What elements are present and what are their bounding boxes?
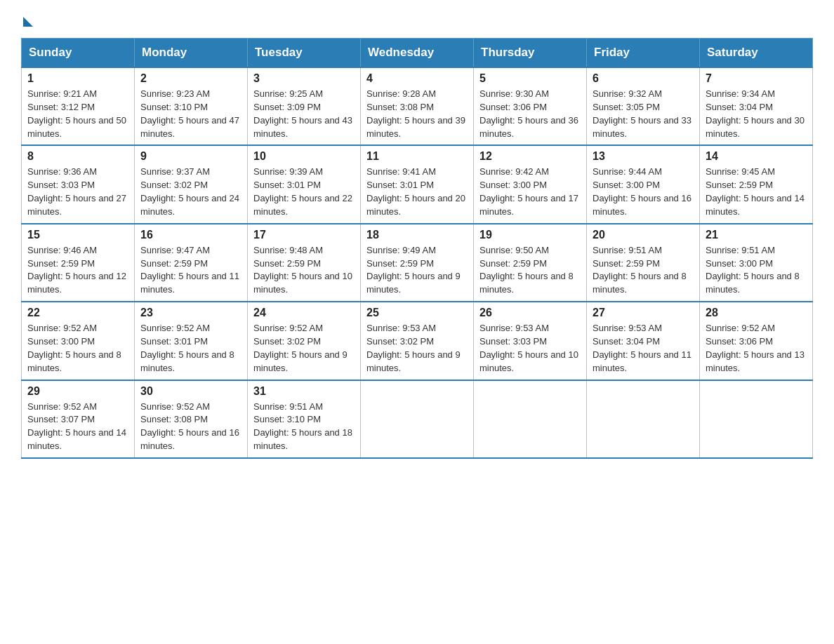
calendar-cell: 13 Sunrise: 9:44 AMSunset: 3:00 PMDaylig… <box>587 145 700 223</box>
calendar-cell <box>700 380 813 458</box>
calendar-cell: 6 Sunrise: 9:32 AMSunset: 3:05 PMDayligh… <box>587 67 700 145</box>
day-info: Sunrise: 9:34 AMSunset: 3:04 PMDaylight:… <box>706 88 805 139</box>
weekday-header-monday: Monday <box>135 39 248 68</box>
day-info: Sunrise: 9:51 AMSunset: 3:10 PMDaylight:… <box>253 401 352 452</box>
day-info: Sunrise: 9:39 AMSunset: 3:01 PMDaylight:… <box>253 166 352 217</box>
day-number: 5 <box>479 72 581 85</box>
logo-arrow-icon <box>23 17 33 27</box>
day-info: Sunrise: 9:52 AMSunset: 3:02 PMDaylight:… <box>253 323 348 373</box>
day-info: Sunrise: 9:37 AMSunset: 3:02 PMDaylight:… <box>140 166 239 217</box>
page-header <box>21 14 813 24</box>
calendar-cell: 22 Sunrise: 9:52 AMSunset: 3:00 PMDaylig… <box>22 302 135 380</box>
day-info: Sunrise: 9:46 AMSunset: 2:59 PMDaylight:… <box>27 245 126 295</box>
day-number: 4 <box>366 72 468 85</box>
day-number: 15 <box>27 229 128 241</box>
day-info: Sunrise: 9:51 AMSunset: 2:59 PMDaylight:… <box>593 245 687 295</box>
calendar-cell: 19 Sunrise: 9:50 AMSunset: 2:59 PMDaylig… <box>474 224 587 302</box>
day-number: 28 <box>706 307 807 319</box>
day-info: Sunrise: 9:32 AMSunset: 3:05 PMDaylight:… <box>593 88 691 139</box>
calendar-cell: 24 Sunrise: 9:52 AMSunset: 3:02 PMDaylig… <box>248 302 361 380</box>
day-info: Sunrise: 9:53 AMSunset: 3:03 PMDaylight:… <box>479 323 578 373</box>
day-number: 14 <box>706 150 807 163</box>
weekday-header-wednesday: Wednesday <box>361 39 474 68</box>
day-info: Sunrise: 9:52 AMSunset: 3:07 PMDaylight:… <box>27 401 126 452</box>
day-info: Sunrise: 9:48 AMSunset: 2:59 PMDaylight:… <box>253 245 352 295</box>
day-info: Sunrise: 9:45 AMSunset: 2:59 PMDaylight:… <box>706 166 805 217</box>
day-info: Sunrise: 9:30 AMSunset: 3:06 PMDaylight:… <box>479 88 578 139</box>
calendar-week-2: 8 Sunrise: 9:36 AMSunset: 3:03 PMDayligh… <box>22 145 813 223</box>
day-info: Sunrise: 9:25 AMSunset: 3:09 PMDaylight:… <box>253 88 352 139</box>
calendar-cell: 3 Sunrise: 9:25 AMSunset: 3:09 PMDayligh… <box>248 67 361 145</box>
calendar-cell: 7 Sunrise: 9:34 AMSunset: 3:04 PMDayligh… <box>700 67 813 145</box>
day-number: 17 <box>253 229 355 241</box>
day-number: 8 <box>27 150 128 163</box>
day-info: Sunrise: 9:52 AMSunset: 3:06 PMDaylight:… <box>706 323 805 373</box>
day-number: 11 <box>366 150 468 163</box>
calendar-cell: 18 Sunrise: 9:49 AMSunset: 2:59 PMDaylig… <box>361 224 474 302</box>
day-number: 23 <box>140 307 241 319</box>
day-number: 7 <box>706 72 807 85</box>
day-number: 6 <box>593 72 694 85</box>
weekday-header-tuesday: Tuesday <box>248 39 361 68</box>
day-number: 1 <box>27 72 128 85</box>
day-info: Sunrise: 9:42 AMSunset: 3:00 PMDaylight:… <box>479 166 578 217</box>
day-number: 25 <box>366 307 468 319</box>
day-number: 26 <box>479 307 581 319</box>
calendar-cell: 23 Sunrise: 9:52 AMSunset: 3:01 PMDaylig… <box>135 302 248 380</box>
day-info: Sunrise: 9:51 AMSunset: 3:00 PMDaylight:… <box>706 245 800 295</box>
calendar-cell: 5 Sunrise: 9:30 AMSunset: 3:06 PMDayligh… <box>474 67 587 145</box>
day-number: 3 <box>253 72 355 85</box>
calendar-cell: 21 Sunrise: 9:51 AMSunset: 3:00 PMDaylig… <box>700 224 813 302</box>
weekday-header-friday: Friday <box>587 39 700 68</box>
day-number: 29 <box>27 385 128 398</box>
calendar-cell: 25 Sunrise: 9:53 AMSunset: 3:02 PMDaylig… <box>361 302 474 380</box>
day-info: Sunrise: 9:53 AMSunset: 3:02 PMDaylight:… <box>366 323 461 373</box>
day-number: 9 <box>140 150 241 163</box>
calendar-cell: 26 Sunrise: 9:53 AMSunset: 3:03 PMDaylig… <box>474 302 587 380</box>
calendar-cell: 30 Sunrise: 9:52 AMSunset: 3:08 PMDaylig… <box>135 380 248 458</box>
day-number: 16 <box>140 229 241 241</box>
day-number: 19 <box>479 229 581 241</box>
day-number: 12 <box>479 150 581 163</box>
day-info: Sunrise: 9:53 AMSunset: 3:04 PMDaylight:… <box>593 323 691 373</box>
calendar-cell: 9 Sunrise: 9:37 AMSunset: 3:02 PMDayligh… <box>135 145 248 223</box>
logo <box>21 14 33 24</box>
calendar-cell: 10 Sunrise: 9:39 AMSunset: 3:01 PMDaylig… <box>248 145 361 223</box>
calendar-cell: 29 Sunrise: 9:52 AMSunset: 3:07 PMDaylig… <box>22 380 135 458</box>
calendar-cell <box>361 380 474 458</box>
weekday-header-sunday: Sunday <box>22 39 135 68</box>
calendar-week-5: 29 Sunrise: 9:52 AMSunset: 3:07 PMDaylig… <box>22 380 813 458</box>
calendar-cell: 8 Sunrise: 9:36 AMSunset: 3:03 PMDayligh… <box>22 145 135 223</box>
calendar-cell: 27 Sunrise: 9:53 AMSunset: 3:04 PMDaylig… <box>587 302 700 380</box>
day-info: Sunrise: 9:44 AMSunset: 3:00 PMDaylight:… <box>593 166 691 217</box>
calendar-week-3: 15 Sunrise: 9:46 AMSunset: 2:59 PMDaylig… <box>22 224 813 302</box>
day-info: Sunrise: 9:47 AMSunset: 2:59 PMDaylight:… <box>140 245 239 295</box>
calendar-cell: 14 Sunrise: 9:45 AMSunset: 2:59 PMDaylig… <box>700 145 813 223</box>
calendar-cell: 2 Sunrise: 9:23 AMSunset: 3:10 PMDayligh… <box>135 67 248 145</box>
calendar-cell: 15 Sunrise: 9:46 AMSunset: 2:59 PMDaylig… <box>22 224 135 302</box>
day-info: Sunrise: 9:49 AMSunset: 2:59 PMDaylight:… <box>366 245 461 295</box>
day-number: 10 <box>253 150 355 163</box>
day-info: Sunrise: 9:36 AMSunset: 3:03 PMDaylight:… <box>27 166 126 217</box>
day-number: 24 <box>253 307 355 319</box>
calendar-cell <box>474 380 587 458</box>
day-info: Sunrise: 9:23 AMSunset: 3:10 PMDaylight:… <box>140 88 239 139</box>
calendar-cell: 28 Sunrise: 9:52 AMSunset: 3:06 PMDaylig… <box>700 302 813 380</box>
calendar-cell: 20 Sunrise: 9:51 AMSunset: 2:59 PMDaylig… <box>587 224 700 302</box>
day-number: 2 <box>140 72 241 85</box>
calendar-week-4: 22 Sunrise: 9:52 AMSunset: 3:00 PMDaylig… <box>22 302 813 380</box>
day-number: 22 <box>27 307 128 319</box>
calendar-cell: 1 Sunrise: 9:21 AMSunset: 3:12 PMDayligh… <box>22 67 135 145</box>
day-number: 21 <box>706 229 807 241</box>
weekday-header-row: SundayMondayTuesdayWednesdayThursdayFrid… <box>22 39 813 68</box>
day-info: Sunrise: 9:21 AMSunset: 3:12 PMDaylight:… <box>27 88 126 139</box>
calendar-cell <box>587 380 700 458</box>
day-info: Sunrise: 9:52 AMSunset: 3:01 PMDaylight:… <box>140 323 234 373</box>
day-info: Sunrise: 9:50 AMSunset: 2:59 PMDaylight:… <box>479 245 574 295</box>
day-number: 20 <box>593 229 694 241</box>
calendar-cell: 11 Sunrise: 9:41 AMSunset: 3:01 PMDaylig… <box>361 145 474 223</box>
day-number: 30 <box>140 385 241 398</box>
day-info: Sunrise: 9:52 AMSunset: 3:08 PMDaylight:… <box>140 401 239 452</box>
calendar-cell: 12 Sunrise: 9:42 AMSunset: 3:00 PMDaylig… <box>474 145 587 223</box>
day-number: 13 <box>593 150 694 163</box>
